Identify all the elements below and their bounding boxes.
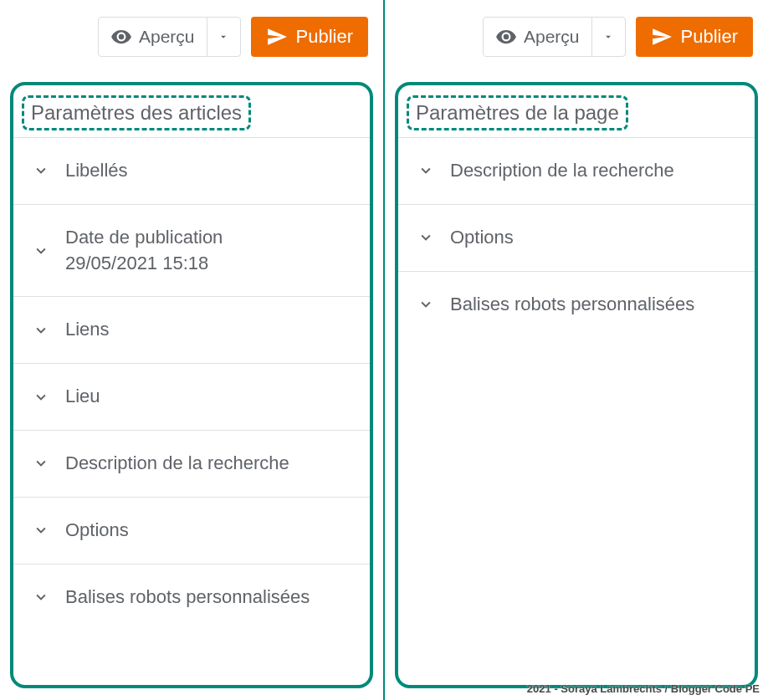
item-sublabel: 29/05/2021 15:18 [65, 251, 223, 277]
eye-icon [110, 26, 132, 48]
item-links[interactable]: Liens [13, 296, 370, 363]
panel-page: Paramètres de la page Description de la … [395, 82, 758, 688]
send-icon [266, 26, 288, 48]
item-labels[interactable]: Libellés [13, 137, 370, 204]
panel-articles: Paramètres des articles Libellés Date de… [10, 82, 373, 688]
chevron-down-icon [32, 321, 50, 340]
item-label: Balises robots personnalisées [450, 292, 694, 318]
preview-dropdown[interactable] [207, 18, 240, 56]
item-options[interactable]: Options [13, 497, 370, 564]
item-search-description[interactable]: Description de la recherche [13, 430, 370, 497]
chevron-down-icon [417, 228, 435, 247]
credit-text: 2021 - Soraya Lambrechts / Blogger Code … [527, 682, 760, 695]
chevron-down-icon [32, 454, 50, 473]
publish-button-label: Publier [681, 26, 738, 48]
panel-title-articles: Paramètres des articles [22, 95, 251, 130]
publish-button-label: Publier [296, 26, 353, 48]
chevron-down-icon [417, 161, 435, 180]
toolbar: Aperçu Publier [10, 17, 373, 57]
item-location[interactable]: Lieu [13, 363, 370, 430]
item-robots-tags[interactable]: Balises robots personnalisées [13, 564, 370, 631]
preview-button[interactable]: Aperçu [484, 18, 591, 56]
chevron-down-icon [32, 521, 50, 539]
preview-dropdown[interactable] [591, 18, 625, 56]
item-options[interactable]: Options [398, 204, 755, 271]
item-label: Description de la recherche [65, 451, 289, 477]
caret-down-icon [218, 31, 229, 43]
item-label: Lieu [65, 384, 100, 410]
preview-button-label: Aperçu [524, 27, 580, 47]
chevron-down-icon [417, 295, 435, 314]
item-search-description[interactable]: Description de la recherche [398, 137, 755, 204]
publish-button[interactable]: Publier [636, 17, 753, 57]
item-label: Description de la recherche [450, 158, 674, 184]
item-robots-tags[interactable]: Balises robots personnalisées [398, 271, 755, 338]
preview-button-group: Aperçu [98, 17, 241, 57]
send-icon [651, 26, 673, 48]
panel-title-page: Paramètres de la page [407, 95, 628, 130]
item-label: Options [450, 225, 514, 251]
item-publish-date[interactable]: Date de publication 29/05/2021 15:18 [13, 204, 370, 297]
item-label: Liens [65, 317, 110, 343]
toolbar: Aperçu Publier [395, 17, 758, 57]
preview-button-group: Aperçu [483, 17, 626, 57]
item-text-wrap: Date de publication 29/05/2021 15:18 [65, 225, 223, 277]
eye-icon [495, 26, 517, 48]
publish-button[interactable]: Publier [251, 17, 368, 57]
item-label: Date de publication [65, 225, 223, 251]
chevron-down-icon [32, 242, 50, 260]
chevron-down-icon [32, 388, 50, 406]
preview-button-label: Aperçu [139, 27, 195, 47]
caret-down-icon [602, 31, 614, 43]
item-label: Libellés [65, 158, 128, 184]
item-label: Options [65, 518, 129, 544]
preview-button[interactable]: Aperçu [99, 18, 207, 56]
chevron-down-icon [32, 588, 50, 606]
chevron-down-icon [32, 161, 50, 180]
column-page: Aperçu Publier Paramètres de la page [385, 0, 768, 700]
item-label: Balises robots personnalisées [65, 585, 310, 611]
column-articles: Aperçu Publier Paramètres des articles [0, 0, 383, 700]
